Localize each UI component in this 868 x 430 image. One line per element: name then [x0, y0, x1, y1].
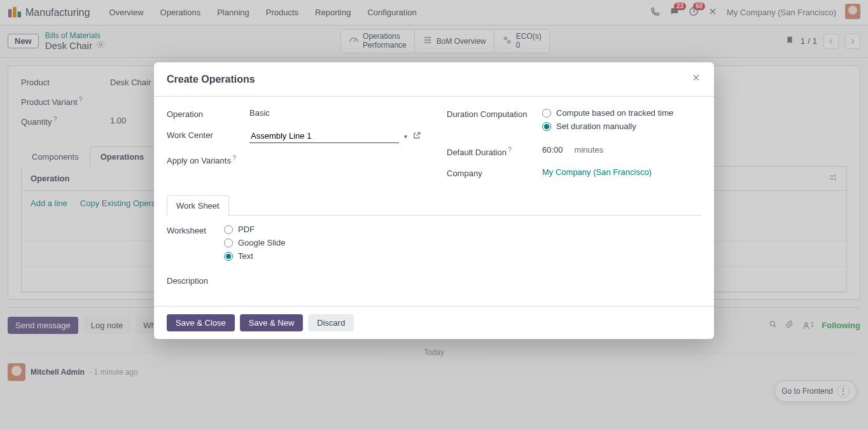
- label-work-center: Work Center: [167, 129, 249, 140]
- tab-work-sheet[interactable]: Work Sheet: [167, 195, 229, 216]
- radio-icon: [224, 239, 233, 247]
- label-worksheet: Worksheet: [167, 225, 224, 235]
- radio-icon: [542, 109, 551, 118]
- modal-title: Create Operations: [167, 74, 255, 85]
- chevron-down-icon[interactable]: ▾: [404, 133, 407, 140]
- radio-worksheet-pdf[interactable]: PDF: [224, 225, 701, 234]
- label-company: Company: [447, 167, 542, 178]
- create-operations-dialog: Create Operations Operation Basic Work C…: [154, 62, 714, 339]
- close-icon[interactable]: [691, 73, 701, 86]
- radio-set-manually[interactable]: Set duration manually: [542, 121, 701, 131]
- label-description: Description: [167, 275, 224, 286]
- value-company[interactable]: My Company (San Francisco): [542, 167, 701, 177]
- radio-icon: [542, 122, 551, 131]
- modal-overlay: Create Operations Operation Basic Work C…: [0, 0, 868, 430]
- save-new-button[interactable]: Save & New: [240, 314, 304, 331]
- discard-button[interactable]: Discard: [308, 314, 354, 331]
- value-default-duration[interactable]: 60:00 minutes: [542, 145, 701, 155]
- help-icon[interactable]: ?: [231, 155, 237, 162]
- radio-icon: [224, 225, 233, 234]
- label-apply-on-variants: Apply on Variants?: [167, 153, 249, 165]
- radio-icon: [224, 252, 233, 261]
- label-duration-computation: Duration Computation: [447, 108, 542, 119]
- radio-worksheet-text[interactable]: Text: [224, 251, 701, 261]
- help-icon[interactable]: ?: [507, 146, 513, 153]
- radio-worksheet-google-slide[interactable]: Google Slide: [224, 238, 701, 247]
- external-link-icon[interactable]: [412, 131, 421, 142]
- label-default-duration: Default Duration?: [447, 145, 542, 157]
- save-close-button[interactable]: Save & Close: [167, 314, 235, 331]
- work-center-input[interactable]: [249, 129, 399, 143]
- value-operation[interactable]: Basic: [249, 108, 421, 118]
- label-operation: Operation: [167, 108, 249, 119]
- radio-tracked-time[interactable]: Compute based on tracked time: [542, 108, 701, 118]
- modal-tabs: Work Sheet: [167, 195, 701, 216]
